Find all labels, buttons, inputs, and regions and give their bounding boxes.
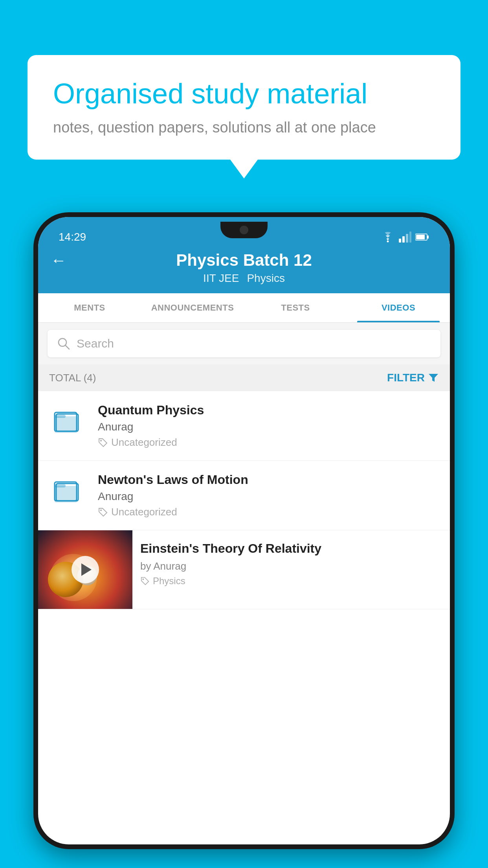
tag-icon — [98, 438, 108, 448]
svg-rect-10 — [55, 416, 77, 433]
phone-wrapper: 14:29 — [33, 212, 455, 868]
back-button[interactable]: ← — [51, 252, 66, 269]
bubble-subtitle: notes, question papers, solutions all at… — [53, 119, 435, 136]
filter-row: TOTAL (4) FILTER — [38, 364, 450, 391]
play-button[interactable] — [72, 556, 99, 583]
svg-rect-3 — [406, 234, 408, 243]
tag-icon — [140, 576, 150, 586]
svg-point-19 — [100, 509, 102, 511]
signal-icon — [399, 232, 411, 243]
total-count-label: TOTAL (4) — [49, 372, 96, 384]
status-time: 14:29 — [59, 231, 86, 243]
folder-icon — [53, 407, 84, 438]
video-tag: Uncategorized — [98, 506, 439, 518]
svg-line-9 — [65, 345, 69, 349]
tag-label: Physics — [153, 576, 185, 587]
video-list: Quantum Physics Anurag Uncategorized — [38, 391, 450, 609]
folder-icon-container — [49, 473, 88, 512]
filter-funnel-icon — [428, 372, 439, 383]
header-tags: IIT JEE Physics — [38, 272, 450, 285]
video-title: Newton's Laws of Motion — [98, 473, 439, 487]
svg-rect-7 — [416, 235, 425, 239]
tag-icon — [98, 507, 108, 517]
video-info: Quantum Physics Anurag Uncategorized — [98, 403, 439, 449]
list-item[interactable]: Newton's Laws of Motion Anurag Uncategor… — [38, 461, 450, 530]
video-tag: Uncategorized — [98, 436, 439, 449]
search-input-placeholder: Search — [77, 337, 114, 350]
notch — [220, 222, 268, 238]
header-title: Physics Batch 12 — [38, 251, 450, 270]
tag-label: Uncategorized — [111, 436, 177, 449]
camera-dot — [240, 226, 248, 234]
video-author: Anurag — [98, 490, 439, 503]
svg-rect-1 — [399, 239, 401, 243]
svg-rect-15 — [55, 486, 77, 502]
einstein-tag: Physics — [140, 576, 442, 587]
header-tag-iitjee: IIT JEE — [203, 272, 239, 285]
list-item[interactable]: Einstein's Theory Of Relativity by Anura… — [38, 530, 450, 609]
speech-bubble: Organised study material notes, question… — [28, 55, 460, 160]
status-bar: 14:29 — [43, 222, 445, 252]
einstein-author: by Anurag — [140, 560, 442, 572]
svg-rect-6 — [427, 235, 429, 239]
play-triangle-icon — [81, 563, 92, 576]
search-icon — [57, 337, 70, 350]
tab-ments[interactable]: MENTS — [38, 293, 141, 322]
einstein-title: Einstein's Theory Of Relativity — [140, 541, 442, 557]
einstein-info: Einstein's Theory Of Relativity by Anura… — [132, 530, 450, 597]
tab-announcements[interactable]: ANNOUNCEMENTS — [141, 293, 244, 322]
phone-frame: 14:29 — [33, 212, 455, 849]
phone-screen: 14:29 — [38, 217, 450, 844]
video-title: Quantum Physics — [98, 403, 439, 417]
svg-rect-4 — [409, 232, 411, 243]
filter-button[interactable]: FILTER — [387, 371, 439, 384]
search-bar[interactable]: Search — [48, 330, 440, 357]
video-author: Anurag — [98, 421, 439, 433]
svg-point-20 — [143, 578, 144, 580]
svg-rect-2 — [402, 236, 405, 243]
filter-label: FILTER — [387, 371, 425, 384]
list-item[interactable]: Quantum Physics Anurag Uncategorized — [38, 391, 450, 461]
header-tag-physics: Physics — [247, 272, 284, 285]
folder-icon-container — [49, 403, 88, 442]
tab-tests[interactable]: TESTS — [244, 293, 347, 322]
video-info: Newton's Laws of Motion Anurag Uncategor… — [98, 473, 439, 518]
bubble-title: Organised study material — [53, 77, 435, 110]
battery-icon — [415, 233, 429, 241]
svg-point-0 — [387, 241, 389, 243]
tab-videos[interactable]: VIDEOS — [347, 293, 450, 322]
speech-bubble-container: Organised study material notes, question… — [28, 55, 460, 160]
search-bar-container: Search — [38, 323, 450, 364]
tag-label: Uncategorized — [111, 506, 177, 518]
folder-icon — [53, 476, 84, 508]
einstein-thumbnail — [38, 530, 132, 609]
wifi-icon — [381, 232, 395, 243]
svg-point-14 — [100, 440, 102, 441]
tabs-bar: MENTS ANNOUNCEMENTS TESTS VIDEOS — [38, 293, 450, 323]
status-icons — [381, 232, 429, 243]
